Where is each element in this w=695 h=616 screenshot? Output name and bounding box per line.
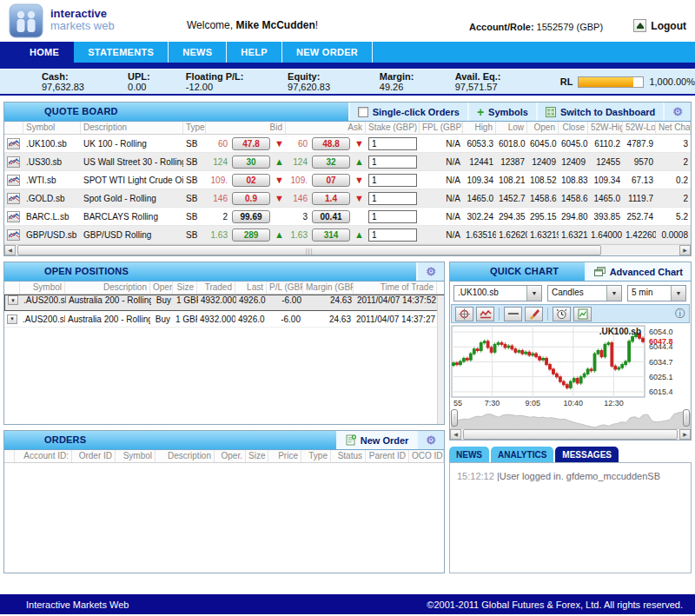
tab-news[interactable]: NEWS bbox=[169, 42, 227, 63]
draw-tool-button[interactable] bbox=[525, 307, 543, 321]
quote-row-chart-button[interactable] bbox=[4, 156, 23, 168]
single-click-orders-toggle[interactable]: Single-click Orders bbox=[348, 103, 467, 121]
quote-52w-high: 6110.2 bbox=[588, 139, 623, 149]
tab-home[interactable]: HOME bbox=[16, 42, 74, 63]
new-order-button[interactable]: New Order bbox=[336, 431, 417, 449]
candle bbox=[469, 354, 472, 360]
tab-statements[interactable]: STATEMENTS bbox=[74, 42, 169, 63]
horizontal-line-tool-button[interactable] bbox=[504, 307, 522, 321]
logout-button[interactable]: Logout bbox=[633, 19, 686, 32]
candle bbox=[590, 369, 592, 371]
quote-row-chart-button[interactable] bbox=[4, 211, 23, 222]
summary-value: 97,620.83 bbox=[288, 82, 330, 92]
row-expand-button[interactable]: ▾ bbox=[4, 315, 20, 324]
toolbar-separator bbox=[499, 308, 500, 321]
crosshair-tool-button[interactable] bbox=[455, 307, 473, 321]
ask-button[interactable]: 00.41 bbox=[312, 210, 350, 223]
switch-to-dashboard-button[interactable]: Switch to Dashboard bbox=[536, 103, 663, 121]
quote-description: US Wall Street 30 - Rolling bbox=[81, 157, 183, 167]
account-value: 1552579 (GBP) bbox=[534, 22, 604, 32]
ask-button[interactable]: 314 bbox=[312, 229, 350, 242]
quick-chart-title: QUICK CHART bbox=[450, 262, 559, 281]
y-axis-tick-label: 6034.7 bbox=[649, 358, 673, 367]
row-expand-button[interactable]: ▾ bbox=[5, 295, 21, 310]
quote-row-chart-button[interactable] bbox=[4, 138, 23, 149]
info-icon[interactable]: ⓘ bbox=[675, 307, 685, 321]
open-positions-settings-button[interactable]: ⚙ bbox=[416, 262, 444, 281]
open-position-row[interactable]: ▾.AUS200.sbAustralia 200 - RollingBuy1 G… bbox=[4, 311, 444, 328]
quote-row-chart-button[interactable] bbox=[4, 175, 23, 186]
stake-input[interactable] bbox=[368, 229, 417, 242]
price-chart[interactable]: 6054.06044.46034.76025.16015.4557:309:05… bbox=[451, 324, 690, 407]
candle bbox=[553, 369, 555, 374]
chevron-down-icon[interactable]: ▼ bbox=[606, 286, 621, 301]
scroll-left-arrow[interactable]: ◀ bbox=[450, 429, 461, 440]
account-role: Account/Role: 1552579 (GBP) bbox=[469, 22, 603, 32]
tab-new-order[interactable]: NEW ORDER bbox=[282, 42, 373, 63]
open-position-row[interactable]: ▾.AUS200.sbAustralia 200 - RollingBuy1 G… bbox=[4, 295, 444, 311]
tab-help[interactable]: HELP bbox=[227, 42, 282, 63]
quote-board-column-headers: SymbolDescriptionTypeBidAskStake (GBP)FP… bbox=[4, 122, 691, 135]
bid-button[interactable]: 02 bbox=[232, 174, 270, 187]
ask-button[interactable]: 07 bbox=[312, 174, 350, 187]
advanced-chart-button[interactable]: Advanced Chart bbox=[585, 262, 691, 281]
bid-button[interactable]: 47.8 bbox=[232, 137, 270, 150]
scrollbar-thumb[interactable] bbox=[463, 429, 678, 440]
chevron-down-icon[interactable]: ▼ bbox=[671, 286, 685, 301]
column-header bbox=[4, 282, 20, 294]
open-positions-vscrollbar[interactable] bbox=[437, 295, 444, 424]
chart-navigator[interactable]: ⋮ ⋮ bbox=[451, 408, 690, 429]
footer-bar: Interactive Markets Web ©2001-2011 Globa… bbox=[0, 594, 695, 614]
quote-row-chart-button[interactable] bbox=[4, 193, 23, 204]
ask-button[interactable]: 32 bbox=[312, 156, 350, 169]
stake-input[interactable] bbox=[368, 137, 417, 150]
stake-input[interactable] bbox=[368, 156, 417, 169]
ask-button[interactable]: 48.8 bbox=[312, 137, 350, 150]
bid-button[interactable]: 30 bbox=[232, 156, 270, 169]
ask-prefix: 60 bbox=[286, 139, 310, 149]
stake-input[interactable] bbox=[368, 192, 417, 205]
stake-input[interactable] bbox=[368, 210, 417, 223]
chevron-down-icon[interactable]: ▼ bbox=[526, 286, 541, 301]
quote-symbol: .US30.sb bbox=[23, 157, 81, 167]
chart-interval-select[interactable]: 5 min▼ bbox=[627, 285, 686, 301]
single-click-orders-checkbox[interactable] bbox=[358, 107, 368, 117]
stake-input[interactable] bbox=[368, 174, 417, 187]
candle bbox=[460, 361, 462, 365]
scroll-right-arrow[interactable]: ▶ bbox=[679, 245, 691, 255]
symbols-button[interactable]: + Symbols bbox=[467, 103, 536, 121]
scroll-left-arrow[interactable]: ◀ bbox=[4, 245, 16, 255]
chart-style-select[interactable]: Candles▼ bbox=[547, 285, 622, 301]
scroll-right-arrow[interactable]: ▶ bbox=[679, 429, 691, 440]
bid-button[interactable]: 289 bbox=[232, 229, 270, 242]
candle bbox=[497, 343, 500, 345]
chart-page-icon bbox=[578, 308, 588, 320]
chart-hscrollbar[interactable]: ◀ ▶ bbox=[450, 428, 691, 440]
bid-button[interactable]: 99.69 bbox=[232, 210, 270, 223]
tab-messages[interactable]: MESSAGES bbox=[555, 447, 619, 462]
bid-button[interactable]: 0.9 bbox=[232, 192, 270, 205]
navigator-left-handle[interactable]: ⋮ bbox=[451, 409, 458, 427]
summary-value: 97,571.57 bbox=[455, 82, 498, 92]
position-oper: Buy bbox=[151, 295, 174, 310]
position-symbol: .AUS200.sb bbox=[21, 295, 66, 310]
chart-symbol-select[interactable]: .UK100.sb▼ bbox=[453, 285, 542, 301]
navigator-right-handle[interactable]: ⋮ bbox=[683, 409, 690, 427]
quote-row-chart-button[interactable] bbox=[4, 229, 23, 241]
alerts-button[interactable] bbox=[553, 307, 571, 321]
quote-symbol: GBP/USD.sb bbox=[23, 230, 81, 240]
chart-style-tool-button[interactable] bbox=[476, 307, 494, 321]
position-symbol: .AUS200.sb bbox=[20, 315, 65, 324]
ask-button[interactable]: 1.4 bbox=[312, 192, 350, 205]
scrollbar-thumb[interactable]: ||| bbox=[17, 245, 601, 255]
tab-analytics[interactable]: ANALYTICS bbox=[491, 447, 553, 462]
column-header: Oper. bbox=[215, 450, 246, 462]
quote-board-settings-button[interactable]: ⚙ bbox=[663, 103, 691, 121]
quote-board-hscrollbar[interactable]: ◀ ||| ▶ bbox=[4, 244, 691, 255]
sparkline-icon bbox=[7, 156, 20, 168]
snapshot-button[interactable] bbox=[573, 307, 592, 321]
candle bbox=[562, 381, 565, 385]
orders-settings-button[interactable]: ⚙ bbox=[416, 431, 444, 449]
ask-cell: 314 bbox=[310, 229, 352, 242]
tab-news[interactable]: NEWS bbox=[449, 447, 489, 462]
